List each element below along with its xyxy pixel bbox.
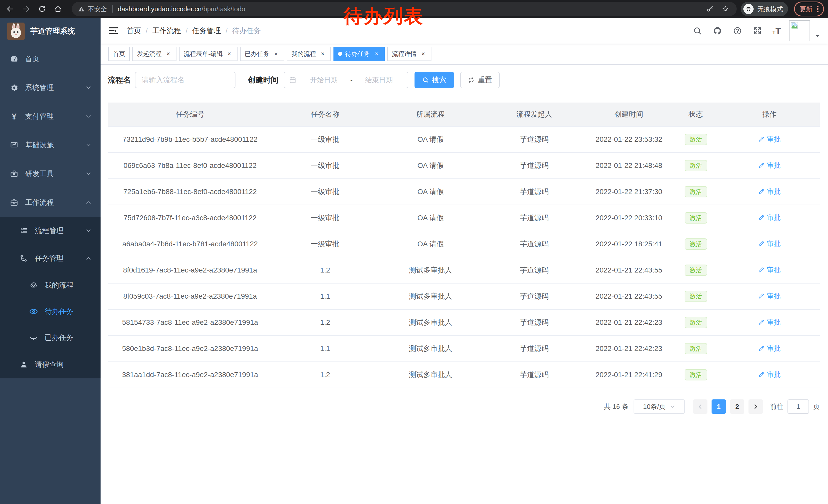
app-logo[interactable]: 芋道管理系统 xyxy=(0,18,100,45)
forward-icon[interactable] xyxy=(20,3,32,15)
key-icon[interactable] xyxy=(705,4,715,14)
close-icon[interactable]: × xyxy=(165,50,172,57)
start-date-placeholder[interactable]: 开始日期 xyxy=(300,75,348,85)
page-size-select[interactable]: 10条/页 xyxy=(633,400,685,414)
star-icon[interactable] xyxy=(720,4,731,14)
close-icon[interactable]: × xyxy=(319,50,326,57)
prev-page-button[interactable] xyxy=(693,400,707,414)
fullscreen-icon[interactable] xyxy=(752,26,762,36)
tab-已办任务[interactable]: 已办任务× xyxy=(240,47,284,61)
eye-icon xyxy=(29,307,38,316)
chevron-down-icon xyxy=(86,85,91,91)
task-name-cell: 一级审批 xyxy=(273,205,378,231)
sidebar-item-我的流程[interactable]: 我的流程 xyxy=(0,272,100,299)
starter-cell: 芋道源码 xyxy=(483,283,585,310)
page-button-2[interactable]: 2 xyxy=(730,400,744,414)
annotation-overlay: 待办列表 xyxy=(344,4,424,29)
approve-link[interactable]: 审批 xyxy=(758,370,781,379)
approve-link[interactable]: 审批 xyxy=(758,265,781,275)
incognito-badge: 无痕模式 xyxy=(741,2,788,16)
task-name-cell: 1.2 xyxy=(273,257,378,283)
breadcrumb-item-任务管理[interactable]: 任务管理 xyxy=(192,26,221,36)
created-time-cell: 2022-01-21 22:42:23 xyxy=(585,335,672,362)
task-id-cell: 58154733-7ac8-11ec-a9e2-a2380e71991a xyxy=(108,310,273,335)
sidebar-item-流程管理[interactable]: 流程管理 xyxy=(0,217,100,244)
sidebar-item-研发工具[interactable]: 研发工具 xyxy=(0,159,100,188)
navbar: 首页/工作流程/任务管理/待办任务 TT xyxy=(100,18,828,44)
end-date-placeholder[interactable]: 结束日期 xyxy=(355,75,403,85)
avatar[interactable] xyxy=(789,20,810,41)
close-icon[interactable]: × xyxy=(420,50,427,57)
update-button[interactable]: 更新 xyxy=(794,2,824,16)
approve-link[interactable]: 审批 xyxy=(758,344,781,353)
chevron-up-icon xyxy=(86,200,91,205)
table-row: 381aa1dd-7ac8-11ec-a9e2-a2380e71991a1.2测… xyxy=(108,362,820,388)
approve-link[interactable]: 审批 xyxy=(758,161,781,170)
page-button-1[interactable]: 1 xyxy=(711,400,726,414)
close-icon[interactable]: × xyxy=(373,50,380,57)
question-icon[interactable] xyxy=(732,26,743,36)
goto-page-input[interactable] xyxy=(787,400,809,414)
search-icon[interactable] xyxy=(692,26,703,36)
task-id-cell: 069c6a63-7b8a-11ec-8ef0-acde48001122 xyxy=(108,152,273,179)
action-cell: 审批 xyxy=(719,335,820,362)
menu-fold-icon[interactable] xyxy=(108,26,119,36)
process-name-input[interactable] xyxy=(135,72,236,88)
action-cell: 审批 xyxy=(719,179,820,205)
user-icon xyxy=(19,360,28,369)
approve-link[interactable]: 审批 xyxy=(758,318,781,327)
tab-待办任务[interactable]: 待办任务× xyxy=(333,47,385,61)
sidebar-item-待办任务[interactable]: 待办任务 xyxy=(0,299,100,325)
action-cell: 审批 xyxy=(719,283,820,310)
status-cell: 激活 xyxy=(672,179,719,205)
tab-首页[interactable]: 首页 xyxy=(108,47,130,61)
breadcrumb-item-工作流程[interactable]: 工作流程 xyxy=(152,26,181,36)
refresh-icon xyxy=(468,77,474,83)
starter-cell: 芋道源码 xyxy=(483,231,585,257)
breadcrumb-item-首页[interactable]: 首页 xyxy=(127,26,141,36)
sidebar-item-工作流程[interactable]: 工作流程 xyxy=(0,188,100,217)
app-title: 芋道管理系统 xyxy=(30,26,75,36)
process-cell: OA 请假 xyxy=(378,231,483,257)
kebab-menu-icon[interactable] xyxy=(817,6,819,12)
approve-link[interactable]: 审批 xyxy=(758,213,781,222)
github-icon[interactable] xyxy=(712,26,722,36)
action-cell: 审批 xyxy=(719,231,820,257)
column-header-状态: 状态 xyxy=(672,102,719,126)
close-icon[interactable]: × xyxy=(273,50,280,57)
search-icon xyxy=(422,77,429,83)
next-page-button[interactable] xyxy=(748,400,763,414)
status-badge: 激活 xyxy=(685,212,707,224)
close-icon[interactable]: × xyxy=(226,50,233,57)
sidebar-item-任务管理[interactable]: 任务管理 xyxy=(0,244,100,272)
tab-流程表单-编辑[interactable]: 流程表单-编辑× xyxy=(179,47,238,61)
approve-link[interactable]: 审批 xyxy=(758,291,781,301)
caret-down-icon[interactable] xyxy=(815,32,820,37)
status-badge: 激活 xyxy=(685,160,707,171)
sidebar-item-首页[interactable]: 首页 xyxy=(0,45,100,73)
search-button[interactable]: 搜索 xyxy=(415,72,454,88)
reset-button[interactable]: 重置 xyxy=(460,72,500,88)
approve-link[interactable]: 审批 xyxy=(758,135,781,144)
back-icon[interactable] xyxy=(4,3,16,15)
sidebar-item-请假查询[interactable]: 请假查询 xyxy=(0,351,100,378)
approve-link[interactable]: 审批 xyxy=(758,239,781,248)
approve-link[interactable]: 审批 xyxy=(758,187,781,196)
tab-我的流程[interactable]: 我的流程× xyxy=(287,47,331,61)
sidebar-item-支付管理[interactable]: ¥支付管理 xyxy=(0,102,100,131)
reload-icon[interactable] xyxy=(36,3,48,15)
status-cell: 激活 xyxy=(672,257,719,283)
home-icon[interactable] xyxy=(52,3,64,15)
sidebar-item-系统管理[interactable]: 系统管理 xyxy=(0,73,100,102)
tab-流程详情[interactable]: 流程详情× xyxy=(387,47,431,61)
task-id-cell: 8f0d1619-7ac8-11ec-a9e2-a2380e71991a xyxy=(108,257,273,283)
goto-label: 前往 xyxy=(770,402,783,411)
sidebar-item-已办任务[interactable]: 已办任务 xyxy=(0,325,100,351)
process-cell: OA 请假 xyxy=(378,126,483,152)
date-range-picker[interactable]: 开始日期 - 结束日期 xyxy=(284,72,408,88)
sidebar-item-基础设施[interactable]: 基础设施 xyxy=(0,131,100,159)
tab-发起流程[interactable]: 发起流程× xyxy=(132,47,176,61)
font-size-icon[interactable]: TT xyxy=(772,27,781,35)
approve-label: 审批 xyxy=(767,187,781,196)
screen: 不安全 dashboard.yudao.iocoder.cn/bpm/task/… xyxy=(0,0,828,504)
